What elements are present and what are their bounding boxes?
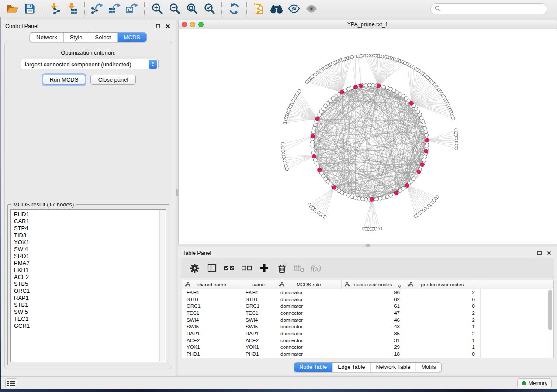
run-mcds-button[interactable]: Run MCDS bbox=[43, 75, 85, 85]
mcds-node-item[interactable]: GCR1 bbox=[14, 323, 166, 330]
add-column-icon[interactable] bbox=[257, 261, 271, 275]
mcds-node-item[interactable]: SWI4 bbox=[14, 246, 166, 253]
function-builder-icon: f(x) bbox=[310, 261, 324, 275]
cell: SWI5 bbox=[241, 324, 276, 329]
control-panel-title: Control Panel bbox=[5, 23, 152, 29]
close-panel-button[interactable]: Close panel bbox=[90, 75, 136, 85]
select-all-icon[interactable] bbox=[222, 261, 236, 275]
network-file-icon[interactable] bbox=[250, 1, 268, 16]
float-icon[interactable] bbox=[536, 250, 543, 256]
float-icon[interactable] bbox=[155, 23, 162, 29]
zoom-selected-icon[interactable] bbox=[201, 1, 218, 16]
column-header-successor-nodes[interactable]: successor nodes bbox=[342, 280, 405, 289]
show-eye-icon[interactable] bbox=[303, 1, 320, 16]
mcds-node-item[interactable]: ORC1 bbox=[14, 288, 166, 295]
mcds-node-item[interactable]: STB1 bbox=[14, 302, 166, 309]
export-image-icon[interactable] bbox=[123, 1, 141, 16]
cell: 1 bbox=[405, 324, 480, 329]
save-session-icon[interactable] bbox=[21, 1, 38, 16]
table-row[interactable]: ACE2ACE2connector311 bbox=[182, 337, 553, 344]
export-table-icon[interactable] bbox=[106, 1, 123, 16]
hide-eye-icon[interactable] bbox=[285, 1, 303, 16]
zoom-out-icon[interactable] bbox=[166, 1, 183, 16]
mcds-node-item[interactable]: PHD1 bbox=[14, 211, 166, 218]
cell: 31 bbox=[342, 338, 405, 343]
table-panel: Table Panel f(x) shared namenameMCDS rol… bbox=[178, 247, 557, 375]
table-row[interactable]: FKH1FKH1dominator962 bbox=[182, 289, 553, 296]
tab-select[interactable]: Select bbox=[89, 33, 117, 42]
mcds-node-item[interactable]: FKH1 bbox=[14, 267, 166, 274]
column-header-MCDS-role[interactable]: MCDS role bbox=[276, 280, 342, 289]
mcds-node-item[interactable]: RAP1 bbox=[14, 295, 166, 302]
delete-column-icon[interactable] bbox=[275, 261, 289, 275]
import-table-icon[interactable] bbox=[63, 1, 81, 16]
column-header-name[interactable]: name bbox=[241, 280, 276, 289]
cell: dominator bbox=[276, 331, 342, 336]
memory-button[interactable]: Memory bbox=[517, 378, 552, 388]
close-icon[interactable] bbox=[546, 250, 553, 256]
mcds-node-item[interactable]: ACE2 bbox=[14, 274, 166, 281]
network-view-window: YPA_prune.txt_1 bbox=[178, 20, 557, 244]
cell: STB1 bbox=[182, 297, 241, 302]
table-row[interactable]: YOX1YOX1connector291 bbox=[182, 344, 553, 351]
table-row[interactable]: RAP1RAP1dominator352 bbox=[182, 330, 553, 337]
import-network-icon[interactable] bbox=[46, 1, 63, 16]
column-header-shared-name[interactable]: shared name bbox=[182, 280, 241, 289]
mcds-node-item[interactable]: STB5 bbox=[14, 281, 166, 288]
mcds-node-item[interactable]: CAR1 bbox=[14, 218, 166, 225]
zoom-fit-icon[interactable] bbox=[183, 1, 201, 16]
attribute-tree-icon bbox=[345, 282, 350, 288]
binoculars-icon[interactable] bbox=[268, 1, 285, 16]
toolbar-separator bbox=[42, 2, 42, 15]
tab-motifs[interactable]: Motifs bbox=[415, 363, 441, 372]
control-panel: Control Panel NetworkStyleSelectMCDS Opt… bbox=[1, 20, 176, 376]
column-panel-icon[interactable] bbox=[205, 261, 219, 275]
mcds-node-item[interactable]: SWI5 bbox=[14, 309, 166, 316]
mcds-node-item[interactable]: PMA2 bbox=[14, 260, 166, 267]
open-session-icon[interactable] bbox=[3, 1, 21, 16]
search-field[interactable] bbox=[443, 5, 547, 14]
search-input[interactable] bbox=[430, 3, 547, 14]
table-row[interactable]: STB1STB1dominator620 bbox=[182, 296, 553, 303]
list-scrollbar[interactable] bbox=[159, 210, 165, 361]
network-canvas[interactable] bbox=[179, 29, 557, 244]
tab-node-table[interactable]: Node Table bbox=[294, 363, 332, 372]
tab-style[interactable]: Style bbox=[63, 33, 89, 42]
criterion-dropdown[interactable]: largest connected component (undirected) bbox=[21, 59, 159, 69]
mcds-node-item[interactable]: STP4 bbox=[14, 225, 166, 232]
refresh-icon[interactable] bbox=[225, 1, 243, 16]
cell: 2 bbox=[405, 290, 480, 295]
close-icon[interactable] bbox=[164, 23, 171, 29]
tab-edge-table[interactable]: Edge Table bbox=[332, 363, 370, 372]
status-bar: Memory bbox=[1, 376, 557, 389]
mcds-node-item[interactable]: YOX1 bbox=[14, 239, 166, 246]
cell: 0 bbox=[405, 303, 480, 309]
column-header-predecessor-nodes[interactable]: predecessor nodes bbox=[405, 280, 480, 289]
table-row[interactable]: ORC1ORC1dominator610 bbox=[182, 303, 553, 309]
cell: 2 bbox=[405, 317, 480, 323]
cell: ACE2 bbox=[241, 338, 276, 343]
control-panel-tabs: NetworkStyleSelectMCDS bbox=[30, 32, 147, 42]
table-row[interactable]: SWI5SWI5connector431 bbox=[182, 323, 553, 330]
cell: 43 bbox=[342, 324, 405, 329]
table-row[interactable]: SWI4SWI4dominator462 bbox=[182, 316, 553, 323]
table-scrollbar[interactable] bbox=[547, 289, 553, 358]
table-row[interactable]: TEC1TEC1connector472 bbox=[182, 309, 553, 316]
mcds-node-item[interactable]: TEC1 bbox=[14, 316, 166, 323]
mcds-node-item[interactable]: SRD1 bbox=[14, 253, 166, 260]
mcds-node-item[interactable]: TID3 bbox=[14, 232, 166, 239]
table-row[interactable]: PHD1PHD1dominator180 bbox=[182, 351, 553, 358]
gear-icon[interactable] bbox=[187, 261, 201, 275]
tab-network[interactable]: Network bbox=[30, 33, 63, 42]
panel-list-button[interactable] bbox=[5, 378, 17, 388]
zoom-in-icon[interactable] bbox=[148, 1, 166, 16]
network-window-titlebar[interactable]: YPA_prune.txt_1 bbox=[179, 20, 557, 29]
cell: SWI5 bbox=[182, 324, 241, 329]
unselect-all-icon[interactable] bbox=[240, 261, 254, 275]
scrollbar-thumb[interactable] bbox=[548, 290, 552, 330]
export-network-icon[interactable] bbox=[88, 1, 106, 16]
cell: 46 bbox=[342, 317, 405, 323]
tab-mcds[interactable]: MCDS bbox=[117, 33, 146, 42]
cell: STB1 bbox=[241, 297, 276, 302]
tab-network-table[interactable]: Network Table bbox=[370, 363, 416, 372]
